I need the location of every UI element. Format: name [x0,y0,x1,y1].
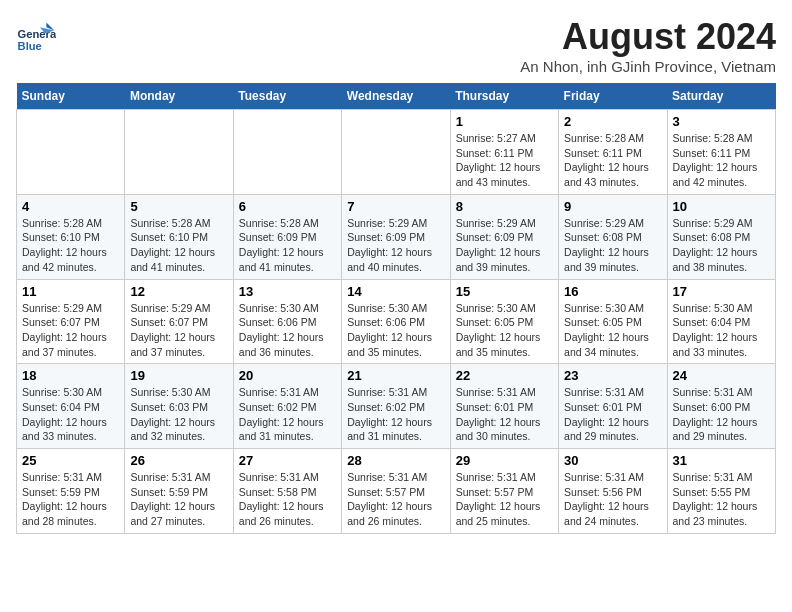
day-number: 4 [22,199,119,214]
week-row-5: 25Sunrise: 5:31 AM Sunset: 5:59 PM Dayli… [17,449,776,534]
calendar-cell: 20Sunrise: 5:31 AM Sunset: 6:02 PM Dayli… [233,364,341,449]
day-number: 9 [564,199,661,214]
day-detail: Sunrise: 5:29 AM Sunset: 6:08 PM Dayligh… [673,216,770,275]
calendar-cell: 6Sunrise: 5:28 AM Sunset: 6:09 PM Daylig… [233,194,341,279]
page-title: August 2024 [520,16,776,58]
week-row-4: 18Sunrise: 5:30 AM Sunset: 6:04 PM Dayli… [17,364,776,449]
calendar-cell: 30Sunrise: 5:31 AM Sunset: 5:56 PM Dayli… [559,449,667,534]
day-detail: Sunrise: 5:31 AM Sunset: 6:01 PM Dayligh… [456,385,553,444]
calendar-cell: 27Sunrise: 5:31 AM Sunset: 5:58 PM Dayli… [233,449,341,534]
calendar-cell [233,110,341,195]
day-number: 26 [130,453,227,468]
calendar-cell: 11Sunrise: 5:29 AM Sunset: 6:07 PM Dayli… [17,279,125,364]
calendar-cell: 1Sunrise: 5:27 AM Sunset: 6:11 PM Daylig… [450,110,558,195]
header-cell-sunday: Sunday [17,83,125,110]
calendar-cell: 23Sunrise: 5:31 AM Sunset: 6:01 PM Dayli… [559,364,667,449]
header-cell-friday: Friday [559,83,667,110]
day-number: 25 [22,453,119,468]
day-detail: Sunrise: 5:29 AM Sunset: 6:07 PM Dayligh… [130,301,227,360]
day-number: 8 [456,199,553,214]
day-number: 18 [22,368,119,383]
calendar-cell: 10Sunrise: 5:29 AM Sunset: 6:08 PM Dayli… [667,194,775,279]
day-detail: Sunrise: 5:30 AM Sunset: 6:05 PM Dayligh… [564,301,661,360]
calendar-cell [17,110,125,195]
calendar-cell: 25Sunrise: 5:31 AM Sunset: 5:59 PM Dayli… [17,449,125,534]
calendar-cell: 17Sunrise: 5:30 AM Sunset: 6:04 PM Dayli… [667,279,775,364]
day-detail: Sunrise: 5:28 AM Sunset: 6:11 PM Dayligh… [564,131,661,190]
day-detail: Sunrise: 5:30 AM Sunset: 6:06 PM Dayligh… [239,301,336,360]
page-header: General Blue August 2024 An Nhon, inh GJ… [16,16,776,75]
calendar-cell: 16Sunrise: 5:30 AM Sunset: 6:05 PM Dayli… [559,279,667,364]
calendar-cell: 2Sunrise: 5:28 AM Sunset: 6:11 PM Daylig… [559,110,667,195]
day-number: 19 [130,368,227,383]
calendar-body: 1Sunrise: 5:27 AM Sunset: 6:11 PM Daylig… [17,110,776,534]
calendar-cell [125,110,233,195]
calendar-cell: 15Sunrise: 5:30 AM Sunset: 6:05 PM Dayli… [450,279,558,364]
day-detail: Sunrise: 5:28 AM Sunset: 6:10 PM Dayligh… [22,216,119,275]
week-row-2: 4Sunrise: 5:28 AM Sunset: 6:10 PM Daylig… [17,194,776,279]
day-detail: Sunrise: 5:31 AM Sunset: 5:57 PM Dayligh… [456,470,553,529]
day-number: 20 [239,368,336,383]
calendar-cell: 28Sunrise: 5:31 AM Sunset: 5:57 PM Dayli… [342,449,450,534]
page-subtitle: An Nhon, inh GJinh Province, Vietnam [520,58,776,75]
day-detail: Sunrise: 5:30 AM Sunset: 6:03 PM Dayligh… [130,385,227,444]
header-cell-thursday: Thursday [450,83,558,110]
day-number: 23 [564,368,661,383]
header-cell-saturday: Saturday [667,83,775,110]
calendar-cell: 9Sunrise: 5:29 AM Sunset: 6:08 PM Daylig… [559,194,667,279]
logo: General Blue [16,16,56,56]
day-number: 22 [456,368,553,383]
day-detail: Sunrise: 5:30 AM Sunset: 6:06 PM Dayligh… [347,301,444,360]
logo-icon: General Blue [16,16,56,56]
day-detail: Sunrise: 5:29 AM Sunset: 6:09 PM Dayligh… [456,216,553,275]
day-number: 29 [456,453,553,468]
day-detail: Sunrise: 5:31 AM Sunset: 5:58 PM Dayligh… [239,470,336,529]
header-row: SundayMondayTuesdayWednesdayThursdayFrid… [17,83,776,110]
day-number: 6 [239,199,336,214]
calendar-cell: 13Sunrise: 5:30 AM Sunset: 6:06 PM Dayli… [233,279,341,364]
day-number: 3 [673,114,770,129]
calendar-cell: 3Sunrise: 5:28 AM Sunset: 6:11 PM Daylig… [667,110,775,195]
day-detail: Sunrise: 5:29 AM Sunset: 6:09 PM Dayligh… [347,216,444,275]
calendar-cell: 4Sunrise: 5:28 AM Sunset: 6:10 PM Daylig… [17,194,125,279]
day-number: 16 [564,284,661,299]
day-detail: Sunrise: 5:31 AM Sunset: 5:59 PM Dayligh… [130,470,227,529]
calendar-cell: 26Sunrise: 5:31 AM Sunset: 5:59 PM Dayli… [125,449,233,534]
calendar-cell: 5Sunrise: 5:28 AM Sunset: 6:10 PM Daylig… [125,194,233,279]
day-number: 21 [347,368,444,383]
calendar-table: SundayMondayTuesdayWednesdayThursdayFrid… [16,83,776,534]
day-detail: Sunrise: 5:29 AM Sunset: 6:08 PM Dayligh… [564,216,661,275]
day-detail: Sunrise: 5:30 AM Sunset: 6:04 PM Dayligh… [673,301,770,360]
day-number: 12 [130,284,227,299]
day-number: 30 [564,453,661,468]
day-detail: Sunrise: 5:31 AM Sunset: 6:00 PM Dayligh… [673,385,770,444]
day-detail: Sunrise: 5:28 AM Sunset: 6:11 PM Dayligh… [673,131,770,190]
day-detail: Sunrise: 5:28 AM Sunset: 6:09 PM Dayligh… [239,216,336,275]
calendar-cell [342,110,450,195]
calendar-cell: 19Sunrise: 5:30 AM Sunset: 6:03 PM Dayli… [125,364,233,449]
day-detail: Sunrise: 5:27 AM Sunset: 6:11 PM Dayligh… [456,131,553,190]
calendar-cell: 8Sunrise: 5:29 AM Sunset: 6:09 PM Daylig… [450,194,558,279]
day-detail: Sunrise: 5:31 AM Sunset: 6:01 PM Dayligh… [564,385,661,444]
svg-text:Blue: Blue [18,40,42,52]
day-detail: Sunrise: 5:31 AM Sunset: 6:02 PM Dayligh… [239,385,336,444]
day-detail: Sunrise: 5:28 AM Sunset: 6:10 PM Dayligh… [130,216,227,275]
day-detail: Sunrise: 5:31 AM Sunset: 5:55 PM Dayligh… [673,470,770,529]
calendar-cell: 24Sunrise: 5:31 AM Sunset: 6:00 PM Dayli… [667,364,775,449]
calendar-cell: 31Sunrise: 5:31 AM Sunset: 5:55 PM Dayli… [667,449,775,534]
day-number: 2 [564,114,661,129]
header-cell-wednesday: Wednesday [342,83,450,110]
day-number: 1 [456,114,553,129]
calendar-cell: 18Sunrise: 5:30 AM Sunset: 6:04 PM Dayli… [17,364,125,449]
day-number: 17 [673,284,770,299]
day-number: 24 [673,368,770,383]
header-cell-monday: Monday [125,83,233,110]
day-detail: Sunrise: 5:29 AM Sunset: 6:07 PM Dayligh… [22,301,119,360]
calendar-cell: 21Sunrise: 5:31 AM Sunset: 6:02 PM Dayli… [342,364,450,449]
day-number: 13 [239,284,336,299]
day-detail: Sunrise: 5:31 AM Sunset: 6:02 PM Dayligh… [347,385,444,444]
day-number: 11 [22,284,119,299]
day-number: 15 [456,284,553,299]
calendar-cell: 29Sunrise: 5:31 AM Sunset: 5:57 PM Dayli… [450,449,558,534]
calendar-header: SundayMondayTuesdayWednesdayThursdayFrid… [17,83,776,110]
